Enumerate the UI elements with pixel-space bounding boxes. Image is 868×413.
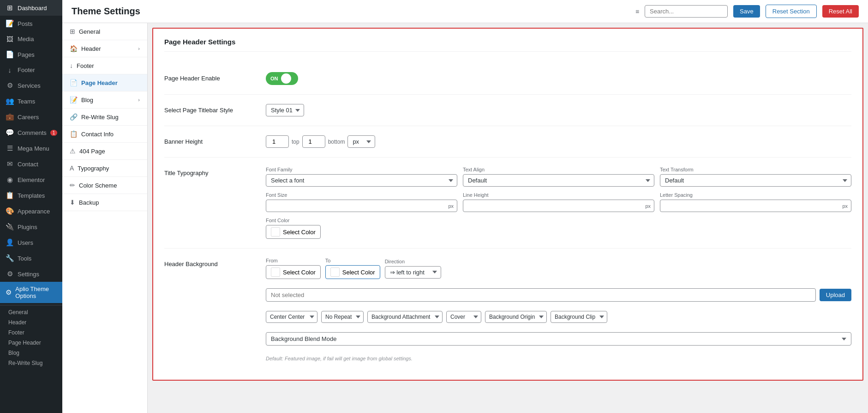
services-icon: ⚙ (6, 81, 14, 90)
sidebar-item-aplio[interactable]: ⚙ Aplio Theme Options (0, 282, 62, 303)
left-nav-typography[interactable]: A Typography (62, 160, 147, 177)
teams-icon: 👥 (6, 97, 14, 105)
header-nav-icon: 🏠 (70, 45, 78, 52)
to-label: To (325, 258, 380, 263)
header-bg-controls: From Select Color To Select C (266, 258, 851, 361)
font-color-field: Font Color Select Color (266, 218, 321, 239)
search-input[interactable] (645, 5, 728, 18)
default-note: Default: Featured image, if fail will ge… (266, 356, 851, 361)
sidebar-sub-general[interactable]: General (0, 307, 62, 317)
reset-all-button[interactable]: Reset All (822, 5, 859, 18)
left-nav-contact-info[interactable]: 📋 Contact Info (62, 126, 147, 143)
banner-top-input[interactable] (266, 135, 289, 148)
direction-select[interactable]: ⇒ left to right ⇐ right to left ↓ top to… (385, 266, 441, 279)
bg-position-select[interactable]: Center Center Top Left Top Center Top Ri… (266, 311, 317, 323)
sidebar-item-pages[interactable]: 📄 Pages (0, 47, 62, 62)
bg-blend-mode-select[interactable]: Background Blend Mode Normal Multiply Sc… (266, 332, 851, 346)
titlebar-style-select[interactable]: Style 01 Style 02 Style 03 (266, 104, 304, 116)
settings-icon: ⚙ (6, 270, 14, 278)
sidebar-sub-header[interactable]: Header (0, 317, 62, 328)
letter-spacing-field: Letter Spacing px (660, 192, 851, 212)
left-nav-rewrite-slug[interactable]: 🔗 Re-Write Slug (62, 109, 147, 126)
settings-section: Page Header Settings Page Header Enable … (152, 28, 863, 381)
left-nav-color-scheme[interactable]: ✏ Color Scheme (62, 177, 147, 194)
sidebar-item-comments[interactable]: 💬 Comments 1 (0, 125, 62, 140)
letter-spacing-input[interactable] (660, 200, 851, 212)
mega-menu-icon: ☰ (6, 144, 14, 152)
left-nav-backup[interactable]: ⬇ Backup (62, 194, 147, 211)
sidebar-sub-footer[interactable]: Footer (0, 328, 62, 338)
sidebar-item-users[interactable]: 👤 Users (0, 235, 62, 250)
sidebar-item-mega-menu[interactable]: ☰ Mega Menu (0, 140, 62, 156)
bg-attachment-select[interactable]: Background Attachment Scroll Fixed Local (367, 311, 443, 323)
to-color-picker[interactable]: Select Color (325, 265, 380, 279)
font-color-row: Font Color Select Color (266, 218, 851, 239)
save-button[interactable]: Save (733, 5, 760, 18)
left-nav-general[interactable]: ⊞ General (62, 23, 147, 40)
sidebar-item-services[interactable]: ⚙ Services (0, 78, 62, 93)
comments-icon: 💬 (6, 128, 14, 137)
footer-nav-icon: ↓ (70, 62, 73, 69)
text-align-field: Text Align Default Left Center Right (463, 167, 654, 187)
from-color-picker[interactable]: Select Color (266, 265, 321, 279)
font-color-swatch (271, 227, 280, 237)
sidebar-item-label: Footer (18, 67, 35, 73)
left-nav-footer[interactable]: ↓ Footer (62, 57, 147, 74)
font-size-unit: px (448, 203, 454, 209)
sidebar-item-elementor[interactable]: ◉ Elementor (0, 172, 62, 188)
upload-button[interactable]: Upload (820, 289, 851, 301)
font-size-field: Font Size px (266, 192, 457, 212)
banner-unit-select[interactable]: px em % (347, 135, 375, 148)
bg-clip-select[interactable]: Background Clip Border Box Padding Box C… (551, 311, 607, 323)
tools-icon: 🔧 (6, 254, 14, 262)
sidebar-sub-rewrite-slug[interactable]: Re-Write Slug (0, 358, 62, 368)
left-nav-blog[interactable]: 📝 Blog › (62, 91, 147, 109)
sidebar-item-careers[interactable]: 💼 Careers (0, 109, 62, 125)
left-nav-page-header[interactable]: 📄 Page Header (62, 74, 147, 91)
reset-section-button[interactable]: Reset Section (766, 5, 817, 18)
left-nav-label: Backup (79, 199, 99, 206)
bottom-icon: bottom (328, 139, 345, 145)
line-height-input[interactable] (463, 200, 654, 212)
sidebar-sub-blog[interactable]: Blog (0, 348, 62, 358)
text-align-label: Text Align (463, 167, 654, 172)
sidebar-item-media[interactable]: 🖼 Media (0, 31, 62, 47)
bg-repeat-select[interactable]: No Repeat Repeat Repeat-X Repeat-Y (321, 311, 364, 323)
sidebar-item-posts[interactable]: 📝 Posts (0, 16, 62, 31)
left-nav-header[interactable]: 🏠 Header › (62, 40, 147, 57)
sidebar-item-settings[interactable]: ⚙ Settings (0, 266, 62, 282)
contact-icon: ✉ (6, 160, 14, 168)
sidebar-item-dashboard[interactable]: ⊞ Dashboard (0, 0, 62, 16)
section-title: Page Header Settings (164, 38, 851, 52)
font-family-select[interactable]: Select a font (266, 174, 457, 187)
sidebar-item-label: Contact (18, 161, 38, 168)
font-color-picker[interactable]: Select Color (266, 225, 321, 239)
bg-size-select[interactable]: Cover Contain Auto (446, 311, 481, 323)
banner-height-label: Banner Height (164, 135, 257, 145)
sidebar-item-appearance[interactable]: 🎨 Appearance (0, 203, 62, 219)
sidebar-item-tools[interactable]: 🔧 Tools (0, 250, 62, 266)
banner-height-controls: top bottom px em % (266, 135, 851, 148)
text-transform-field: Text Transform Default None Uppercase Lo… (660, 167, 851, 187)
sidebar-sub-page-header[interactable]: Page Header (0, 338, 62, 348)
rewrite-slug-nav-icon: 🔗 (70, 113, 78, 121)
careers-icon: 💼 (6, 113, 14, 121)
bg-origin-select[interactable]: Background Origin Border Box Padding Box… (485, 311, 547, 323)
sidebar-item-footer[interactable]: ↓ Footer (0, 62, 62, 78)
sidebar-item-plugins[interactable]: 🔌 Plugins (0, 219, 62, 235)
image-path-input[interactable] (266, 288, 816, 302)
sidebar-item-contact[interactable]: ✉ Contact (0, 156, 62, 172)
text-transform-select[interactable]: Default None Uppercase Lowercase (660, 174, 851, 187)
left-nav-404[interactable]: ⚠ 404 Page (62, 143, 147, 160)
blog-nav-icon: 📝 (70, 96, 78, 103)
page-header-enable-toggle[interactable]: ON (266, 72, 298, 85)
sidebar-item-templates[interactable]: 📋 Templates (0, 188, 62, 203)
left-nav-label: Page Header (81, 79, 118, 86)
banner-bottom-input[interactable] (302, 135, 325, 148)
font-size-input[interactable] (266, 200, 457, 212)
sidebar-item-label: Elementor (18, 176, 45, 183)
sidebar-item-label: Plugins (18, 224, 37, 231)
sidebar-item-teams[interactable]: 👥 Teams (0, 93, 62, 109)
banner-height-row: top bottom px em % (266, 135, 851, 148)
text-align-select[interactable]: Default Left Center Right (463, 174, 654, 187)
